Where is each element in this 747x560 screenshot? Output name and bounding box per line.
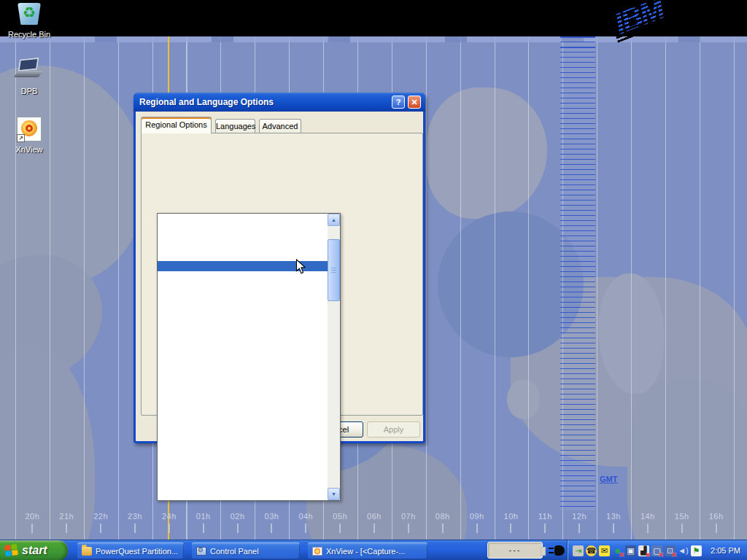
laptop-icon: [15, 58, 44, 85]
taskbar: start PowerQuest Partition... Control Pa…: [0, 540, 747, 560]
language-option[interactable]: [158, 242, 328, 252]
hour-label: 07h: [391, 512, 425, 533]
scroll-up-icon[interactable]: ▲: [328, 214, 340, 226]
apply-button[interactable]: Apply: [367, 421, 420, 438]
language-option[interactable]: [158, 347, 328, 357]
hour-label: 12h: [562, 512, 597, 533]
mail-icon[interactable]: ✉: [598, 545, 611, 557]
volume-icon[interactable]: ◄): [677, 545, 689, 557]
language-option[interactable]: [158, 424, 328, 433]
hour-label: 16h: [699, 512, 733, 533]
messenger-offline-icon[interactable]: ☻ ✕: [611, 545, 624, 557]
hour-tick: [578, 524, 580, 533]
windows-flag-icon: [4, 544, 19, 557]
language-option[interactable]: [158, 472, 328, 481]
hour-tick: [408, 524, 409, 533]
language-option[interactable]: [158, 300, 328, 309]
hour-label: 14h: [630, 512, 665, 533]
language-option[interactable]: [158, 338, 328, 347]
hour-tick: [237, 524, 239, 533]
task-icon: [196, 547, 206, 556]
language-options: [158, 214, 328, 500]
dialog-title: Regional and Language Options: [139, 97, 274, 107]
language-option[interactable]: [158, 452, 328, 462]
top-banner: IBM: [0, 0, 747, 36]
hour-tick: [681, 524, 683, 533]
list-scrollbar[interactable]: ▲ ▼: [328, 214, 340, 500]
language-option[interactable]: [158, 376, 328, 386]
hour-tick: [544, 524, 546, 533]
task-control-panel[interactable]: Control Panel: [192, 542, 300, 559]
language-option[interactable]: [158, 414, 328, 424]
desktop: GMT 20h 21h 22h 23h 24h: [0, 0, 747, 560]
hour-tick: [339, 524, 341, 533]
language-option[interactable]: [158, 223, 328, 233]
help-button[interactable]: ?: [392, 96, 405, 109]
desktop-icon-dpb[interactable]: DPB: [0, 58, 58, 96]
language-option[interactable]: [158, 462, 328, 471]
hour-tick: [66, 524, 67, 533]
hour-label: 22h: [84, 512, 118, 533]
hour-tick: [510, 524, 511, 533]
language-dropdown-list: ▲ ▼: [157, 213, 341, 501]
hour-labels-row: 20h 21h 22h 23h 24h 01h: [15, 512, 733, 533]
dialog-titlebar[interactable]: Regional and Language Options ? ✕: [133, 93, 425, 112]
task-xnview[interactable]: XnView - [<Capture-...: [308, 542, 427, 559]
hour-tick: [134, 524, 136, 533]
language-option[interactable]: [158, 443, 328, 452]
removable-drive-icon[interactable]: ⇥: [572, 545, 584, 557]
close-button[interactable]: ✕: [408, 96, 421, 109]
hour-label: 10h: [494, 512, 528, 533]
gmt-label: GMT: [600, 475, 617, 483]
hour-tick: [31, 524, 33, 533]
desktop-icon-recycle-bin[interactable]: ♻ Recycle Bin: [0, 1, 58, 39]
mouse-cursor: [295, 259, 306, 278]
network-places-icon[interactable]: ▣: [624, 545, 637, 557]
language-option[interactable]: [158, 319, 328, 328]
language-option[interactable]: [158, 328, 328, 338]
hour-label: 23h: [118, 512, 152, 533]
hour-tick: [476, 524, 478, 533]
ac-power-plug-icon: [549, 545, 565, 556]
hour-tick: [442, 524, 444, 533]
phone-help-icon[interactable]: ☎: [585, 545, 597, 557]
hour-tick: [613, 524, 614, 533]
language-option[interactable]: [158, 357, 328, 366]
hour-tick: [305, 524, 306, 533]
shortcut-arrow-icon: ↗: [17, 134, 25, 142]
hour-tick: [716, 524, 717, 533]
boot-flag-icon[interactable]: ⚑: [690, 545, 703, 557]
scrollbar-thumb[interactable]: [328, 239, 340, 301]
language-option[interactable]: [158, 233, 328, 242]
desktop-icon-xnview[interactable]: ↗ XnView: [0, 117, 58, 154]
language-option[interactable]: [158, 309, 328, 319]
display-error-icon[interactable]: ▢ ✕: [651, 545, 663, 557]
hour-label: 11h: [528, 512, 562, 533]
language-option[interactable]: [158, 491, 328, 500]
tab-advanced[interactable]: Advanced: [259, 119, 301, 133]
language-option[interactable]: [158, 367, 328, 376]
gmt-hatch-band: [560, 36, 595, 510]
language-option[interactable]: [158, 290, 328, 300]
language-option[interactable]: [158, 405, 328, 414]
hour-tick: [647, 524, 649, 533]
tab-regional-options[interactable]: Regional Options: [141, 117, 212, 133]
ibm-logo-icon: IBM: [607, 0, 709, 41]
tab-languages[interactable]: Languages: [215, 119, 255, 133]
language-option[interactable]: [158, 281, 328, 290]
language-option[interactable]: [158, 481, 328, 491]
language-option[interactable]: [158, 386, 328, 395]
start-button[interactable]: start: [0, 540, 68, 560]
clock: 2:05 PM: [711, 546, 740, 555]
hour-label: 24h: [152, 512, 186, 533]
scroll-down-icon[interactable]: ▼: [328, 488, 340, 500]
task-powerquest[interactable]: PowerQuest Partition...: [77, 542, 184, 559]
hour-label: 03h: [255, 512, 289, 533]
language-option[interactable]: [158, 395, 328, 405]
language-option[interactable]: [158, 214, 328, 223]
signal-blocked-icon[interactable]: ▟ ✕: [638, 545, 650, 557]
language-option[interactable]: [158, 433, 328, 443]
hour-label: 02h: [220, 512, 255, 533]
network-disconnected-icon[interactable]: ⊡ ✕: [664, 545, 676, 557]
hour-label: 15h: [665, 512, 699, 533]
